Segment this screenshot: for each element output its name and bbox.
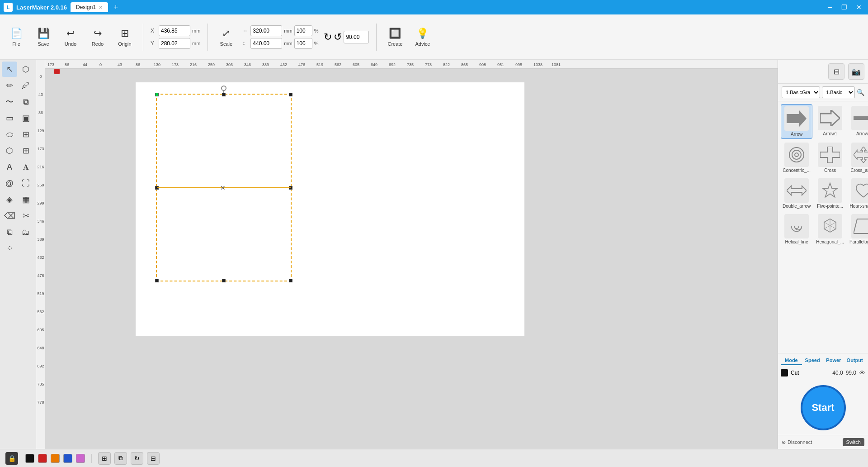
refresh-tool-button[interactable]: ↻ — [131, 452, 143, 465]
shape-item-double-arrow[interactable]: Double_arrow — [781, 176, 812, 210]
ellipse2-tool[interactable]: ⊞ — [18, 127, 33, 142]
visibility-toggle[interactable]: 👁 — [859, 369, 865, 376]
undo-button[interactable]: ↩ Undo — [60, 26, 81, 48]
save-button[interactable]: 💾 Save — [33, 26, 54, 48]
scale-icon: ⤢ — [222, 28, 230, 39]
close-button[interactable]: ✕ — [854, 4, 864, 11]
xy-coord-group: X mm Y mm — [151, 25, 200, 49]
start-button[interactable]: Start — [801, 385, 846, 430]
rotate-input[interactable] — [344, 31, 369, 43]
canvas[interactable]: ✕ — [45, 69, 778, 449]
svg-text:865: 865 — [461, 62, 468, 67]
new-tab-button[interactable]: + — [113, 3, 118, 12]
x-input[interactable] — [159, 25, 190, 36]
grid-tool[interactable]: ⊞ — [18, 143, 33, 158]
switch-label: Switch — [846, 439, 861, 445]
canvas-area[interactable]: -173 -86 -44 0 43 86 130 173 216 259 303… — [36, 60, 778, 449]
layer2-tool[interactable]: 🗂 — [18, 224, 33, 240]
category-dropdown[interactable]: 1.BasicGra — [782, 86, 820, 98]
rect-tool[interactable]: ▭ — [2, 110, 17, 126]
text2-tool[interactable]: 𝐀 — [18, 159, 33, 175]
shape-item-arrow1[interactable]: Arrow1 — [814, 104, 846, 139]
redo-button[interactable]: ↪ Redo — [87, 26, 108, 48]
fill2-tool[interactable]: ▦ — [18, 192, 33, 207]
shape-item-cross[interactable]: Cross — [814, 141, 846, 175]
fill-tool[interactable]: ◈ — [2, 192, 17, 207]
panel-icon-1[interactable]: ⊟ — [828, 63, 844, 80]
w-input[interactable] — [250, 25, 282, 36]
rect2-tool[interactable]: ▣ — [18, 110, 33, 126]
bezier-tool[interactable]: 🖊 — [18, 78, 33, 93]
color-swatch-blue[interactable] — [63, 454, 72, 463]
pen-tool[interactable]: ✏ — [2, 78, 17, 93]
search-icon[interactable]: 🔍 — [857, 89, 864, 96]
advice-button[interactable]: 💡 Advice — [411, 26, 434, 48]
helical-icon — [784, 214, 809, 238]
ellipse-tool[interactable]: ⬭ — [2, 127, 17, 142]
style-dropdown[interactable]: 1.Basic — [822, 86, 855, 98]
power-tab[interactable]: Power — [823, 356, 844, 365]
shape-item-cross-arrow[interactable]: Cross_arrow — [848, 141, 868, 175]
group-tool-button[interactable]: ⧉ — [114, 452, 127, 465]
svg-text:43: 43 — [38, 92, 43, 97]
output-tab[interactable]: Output — [844, 356, 865, 365]
color-swatch-orange[interactable] — [51, 454, 60, 463]
shape-item-arrow[interactable]: Arrow — [781, 104, 812, 139]
h-input[interactable] — [250, 38, 282, 49]
shape-item-parallelogram[interactable]: Parallelogram — [848, 212, 868, 246]
color-swatch-black[interactable] — [25, 454, 34, 463]
mode-tab[interactable]: Mode — [781, 356, 802, 365]
copy-tool[interactable]: ⧉ — [18, 94, 33, 110]
parallelogram-label: Parallelogram — [849, 239, 868, 244]
select-tool[interactable]: ↖ — [2, 62, 17, 77]
arrow-icon — [784, 106, 809, 131]
spiral-tool[interactable]: @ — [2, 176, 17, 191]
minimize-button[interactable]: ─ — [825, 4, 835, 11]
tab-close-icon[interactable]: ✕ — [99, 5, 103, 10]
shape-item-helical[interactable]: Helical_line — [781, 212, 812, 246]
shape-item-five-pointed[interactable]: Five-pointe... — [814, 176, 846, 210]
x-coord-row: X mm — [151, 25, 200, 36]
svg-text:692: 692 — [389, 62, 396, 67]
svg-text:519: 519 — [37, 291, 44, 296]
color-swatch-purple[interactable] — [76, 454, 85, 463]
switch-button[interactable]: Switch — [843, 438, 864, 446]
svg-text:605: 605 — [37, 328, 44, 332]
eraser-tool[interactable]: ⌫ — [2, 208, 17, 224]
panel-icon-2[interactable]: 📷 — [848, 63, 864, 80]
node-tool[interactable]: ⬡ — [18, 62, 33, 77]
align-tool-button[interactable]: ⊞ — [98, 452, 111, 465]
lock-button[interactable]: 🔒 — [5, 452, 18, 465]
shape-item-heart[interactable]: Heart-shaped — [848, 176, 868, 210]
h-pct-input[interactable] — [294, 38, 312, 49]
rotate-cw-icon[interactable]: ↻ — [324, 31, 332, 43]
create-button[interactable]: 🔲 Create — [384, 26, 406, 48]
speed-tab[interactable]: Speed — [802, 356, 823, 365]
trace-tool[interactable]: ⛶ — [18, 176, 33, 191]
scale-button[interactable]: ⤢ Scale — [215, 26, 237, 48]
shape-item-concentric[interactable]: Concentric_... — [781, 141, 812, 175]
cut-tool[interactable]: ✂ — [18, 208, 33, 224]
layer-tool[interactable]: ⧉ — [2, 224, 17, 240]
file-button[interactable]: 📄 File — [5, 26, 27, 48]
scatter-tool[interactable]: ⁘ — [2, 241, 17, 256]
shape-item-hexagonal[interactable]: Hexagonal_... — [814, 212, 846, 246]
parallelogram-icon — [851, 214, 868, 238]
disconnect-button[interactable]: ⊗ Disconnect — [782, 439, 812, 445]
maximize-button[interactable]: ❐ — [839, 4, 850, 11]
y-coord-row: Y mm — [151, 38, 200, 49]
color-swatch-red[interactable] — [38, 454, 47, 463]
curve-tool[interactable]: 〜 — [2, 94, 17, 110]
polygon-tool[interactable]: ⬡ — [2, 143, 17, 158]
rotate-ccw-icon[interactable]: ↺ — [334, 31, 342, 43]
text-tool[interactable]: A — [2, 159, 17, 175]
design-tab[interactable]: Design1 ✕ — [71, 2, 108, 12]
h-pct-sign: % — [314, 41, 319, 46]
y-input[interactable] — [159, 38, 190, 49]
origin-button[interactable]: ⊞ Origin — [114, 26, 136, 48]
shape-item-arrow2[interactable]: Arrow2 — [848, 104, 868, 139]
rotate-group: ↻ ↺ — [324, 31, 369, 43]
w-pct-input[interactable] — [294, 25, 312, 36]
rect-tools-row: ▭ ▣ — [2, 110, 34, 126]
grid-tool-button[interactable]: ⊟ — [147, 452, 160, 465]
